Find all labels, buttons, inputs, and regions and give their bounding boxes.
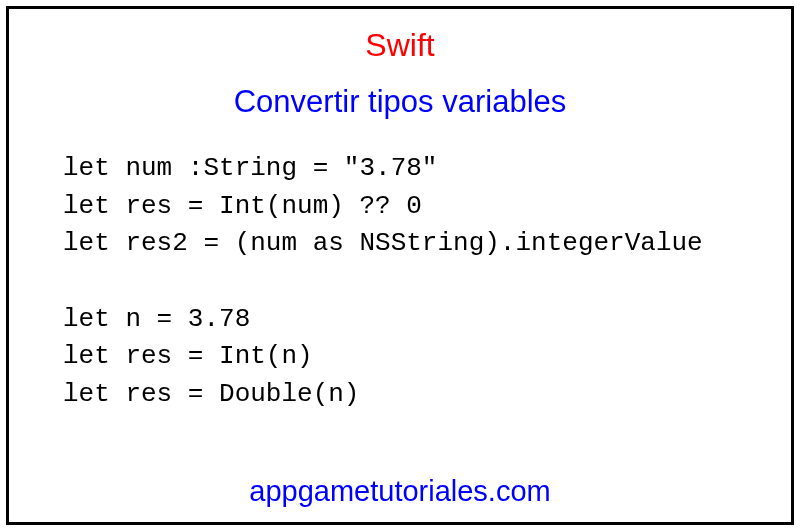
tutorial-card: Swift Convertir tipos variables let num … bbox=[6, 6, 794, 525]
code-snippet: let num :String = "3.78" let res = Int(n… bbox=[49, 150, 751, 467]
footer-link: appgametutoriales.com bbox=[49, 475, 751, 508]
page-subtitle: Convertir tipos variables bbox=[49, 84, 751, 120]
page-title: Swift bbox=[49, 27, 751, 64]
